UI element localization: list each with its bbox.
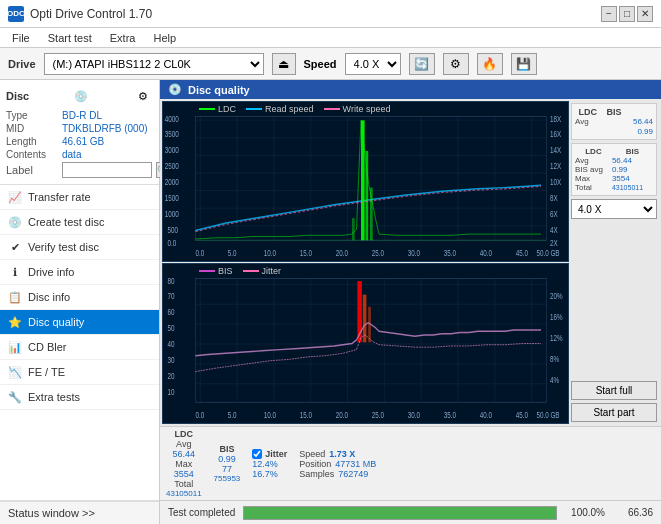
start-full-button[interactable]: Start full [571,381,657,400]
app-title: Opti Drive Control 1.70 [30,7,152,21]
speed-selector[interactable]: 4.0 X [345,53,401,75]
avg-bis-label: BIS avg [575,165,612,174]
menu-help[interactable]: Help [145,30,184,46]
drive-label: Drive [8,58,36,70]
svg-text:20%: 20% [550,291,563,301]
verify-test-disc-icon: ✔ [8,240,22,254]
svg-text:30: 30 [168,355,175,365]
menu-bar: File Start test Extra Help [0,28,661,48]
svg-text:25.0: 25.0 [372,410,384,420]
svg-text:20.0: 20.0 [336,248,348,258]
jitter-checkbox[interactable] [252,449,262,459]
bis-header: BIS [601,107,626,117]
type-row: Type BD-R DL [6,110,153,121]
svg-text:30.0: 30.0 [408,248,420,258]
label-label: Label [6,164,58,176]
speed-label2: Speed [299,449,325,459]
samples-label: Samples [299,469,334,479]
write-speed-legend-label: Write speed [343,104,391,114]
disc-quality-icon: ⭐ [8,315,22,329]
status-window-button[interactable]: Status window >> [0,501,159,524]
sidebar-item-drive-info[interactable]: ℹ Drive info [0,260,159,285]
disc-info-icon: 📋 [8,290,22,304]
close-button[interactable]: ✕ [637,6,653,22]
position-val: 47731 MB [335,459,376,469]
svg-text:45.0: 45.0 [516,410,528,420]
chart1-legend: LDC Read speed Write speed [199,104,390,114]
sidebar-item-cd-bler[interactable]: 📊 CD Bler [0,335,159,360]
svg-text:8X: 8X [550,193,558,203]
refresh-button[interactable]: 🔄 [409,53,435,75]
sidebar-item-verify-test-disc[interactable]: ✔ Verify test disc [0,235,159,260]
svg-text:15.0: 15.0 [300,248,312,258]
ldc-legend-item: LDC [199,104,236,114]
sidebar-item-fe-te[interactable]: 📉 FE / TE [0,360,159,385]
svg-text:20: 20 [168,371,175,381]
avg-ldc-val: 56.44 [590,117,653,126]
chart1-svg: 4000 3500 3000 2500 2000 1500 1000 500 0… [163,102,568,261]
sidebar-item-disc-quality[interactable]: ⭐ Disc quality [0,310,159,335]
chart2-legend: BIS Jitter [199,266,281,276]
jitter-legend-color [243,270,259,272]
quality-speed-selector[interactable]: 4.0 X [571,199,657,219]
sidebar-item-transfer-rate[interactable]: 📈 Transfer rate [0,185,159,210]
svg-text:3000: 3000 [165,145,179,155]
label-input[interactable] [62,162,152,178]
settings-button[interactable]: ⚙ [443,53,469,75]
ldc-legend-label: LDC [218,104,236,114]
eject-button[interactable]: ⏏ [272,53,296,75]
bis-jitter-chart: BIS Jitter [162,263,569,424]
stats-col-ldc: LDC Avg 56.44 Max 3554 Total 43105011 [166,429,202,498]
create-test-disc-icon: 💿 [8,215,22,229]
svg-text:500: 500 [168,225,178,235]
read-speed-legend-label: Read speed [265,104,314,114]
length-label: Length [6,136,58,147]
verify-test-disc-label: Verify test disc [28,241,99,253]
disc-info-panel: Disc 💿 ⚙ Type BD-R DL MID TDKBLDRFB (000… [0,80,159,185]
drive-selector[interactable]: (M:) ATAPI iHBS112 2 CL0K [44,53,264,75]
disc-section-title: Disc [6,90,29,102]
total-ldc-val2: 43105011 [166,489,202,498]
maximize-button[interactable]: □ [619,6,635,22]
disc-quality-label: Disc quality [28,316,84,328]
disc-quality-header: 💿 Disc quality [160,80,661,99]
disc-info-nav-label: Disc info [28,291,70,303]
extra-tests-icon: 🔧 [8,390,22,404]
svg-text:25.0: 25.0 [372,248,384,258]
avg-label: Avg [575,117,589,126]
save-button[interactable]: 💾 [511,53,537,75]
svg-text:4000: 4000 [165,114,179,124]
svg-text:4%: 4% [550,375,559,385]
max-ldc: 3554 [612,174,653,183]
bottom-stats-row: LDC Avg 56.44 Max 3554 Total 43105011 BI… [160,426,661,500]
menu-start-test[interactable]: Start test [40,30,100,46]
drive-info-icon: ℹ [8,265,22,279]
fe-te-label: FE / TE [28,366,65,378]
sidebar-item-extra-tests[interactable]: 🔧 Extra tests [0,385,159,410]
avg-bis-val2: 0.99 [218,454,236,464]
svg-text:10: 10 [168,387,175,397]
svg-text:8%: 8% [550,354,559,364]
sidebar-item-create-test-disc[interactable]: 💿 Create test disc [0,210,159,235]
svg-text:2500: 2500 [165,161,179,171]
minimize-button[interactable]: − [601,6,617,22]
read-speed-legend-color [246,108,262,110]
svg-text:70: 70 [168,291,175,301]
speed-val: 1.73 X [329,449,355,459]
content-area: 💿 Disc quality LDC [160,80,661,524]
burn-button[interactable]: 🔥 [477,53,503,75]
chart2-svg: 80 70 60 50 40 30 20 10 20% 16% 12% 8% [163,264,568,423]
jitter-legend-item: Jitter [243,266,282,276]
bottom-bar: Test completed 100.0% 66.36 [160,500,661,524]
sidebar-item-disc-info[interactable]: 📋 Disc info [0,285,159,310]
transfer-rate-icon: 📈 [8,190,22,204]
disc-quality-header-title: Disc quality [188,84,250,96]
stats-col-bis: BIS 0.99 77 755953 [214,444,241,483]
start-part-button[interactable]: Start part [571,403,657,422]
speed-row: Speed 1.73 X [299,449,376,459]
write-speed-legend-color [324,108,340,110]
length-row: Length 46.61 GB [6,136,153,147]
menu-file[interactable]: File [4,30,38,46]
disc-settings-icon[interactable]: ⚙ [133,86,153,106]
menu-extra[interactable]: Extra [102,30,144,46]
